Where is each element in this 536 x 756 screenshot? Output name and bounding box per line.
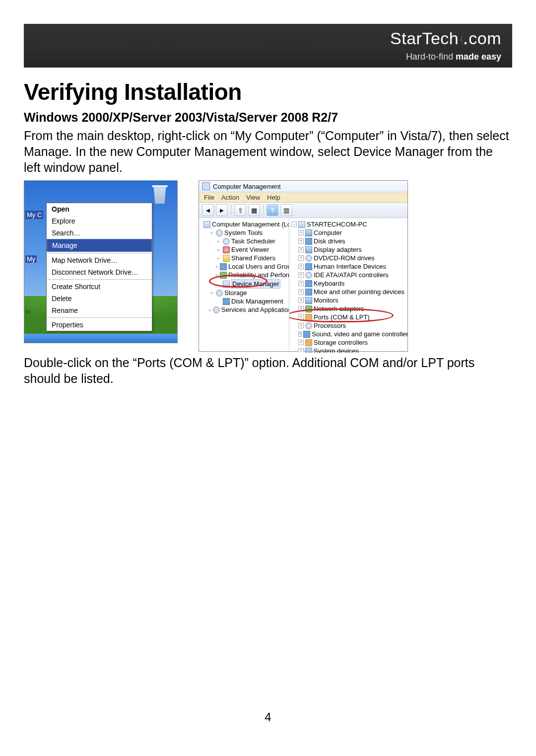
tree-label: Sound, video and game controllers (312, 330, 407, 338)
tree-icon (305, 297, 312, 304)
tree-label: Storage (224, 289, 247, 297)
tree-node[interactable]: +Processors (291, 321, 407, 330)
window-titlebar: Computer Management (199, 181, 407, 192)
window-title: Computer Management (213, 183, 281, 190)
tree-icon (305, 339, 312, 346)
tree-label: Disk Management (231, 297, 283, 305)
tree-label: System Tools (224, 228, 263, 237)
tree-icon (216, 229, 223, 236)
context-menu-item[interactable]: Create Shortcut (47, 281, 152, 293)
forward-button[interactable]: ► (216, 204, 228, 216)
tree-icon (305, 289, 312, 296)
toolbar: ◄ ► ⇧ ▦ ? ▥ (199, 203, 407, 218)
tree-label: Shared Folders (231, 254, 275, 262)
tree-pane-left[interactable]: Computer Management (Local▿System Tools▹… (199, 218, 289, 353)
view-button[interactable]: ▥ (280, 204, 292, 216)
tree-node[interactable]: +Monitors (291, 296, 407, 304)
tree-icon (305, 229, 312, 236)
context-menu-item[interactable]: Map Network Drive (47, 254, 152, 266)
help-button[interactable]: ? (267, 204, 278, 216)
tree-node[interactable]: +Mice and other pointing devices (291, 288, 407, 296)
tree-node[interactable]: +Computer (291, 228, 407, 237)
tree-icon (305, 263, 312, 270)
tree-icon (223, 298, 230, 305)
tree-node[interactable]: +Keyboards (291, 279, 407, 288)
brand-banner: StarTechcom Hard-to-find made easy (24, 24, 512, 68)
tree-node[interactable]: ▹Reliability and Performa (202, 271, 289, 279)
tree-node[interactable]: +IDE ATA/ATAPI controllers (291, 271, 407, 279)
tree-node[interactable]: Disk Management (202, 297, 289, 305)
screenshot-computer-management: Computer Management FileActionViewHelp ◄… (199, 180, 408, 352)
tree-label: IDE ATA/ATAPI controllers (314, 271, 389, 279)
context-menu-item[interactable]: Disconnect Network Drive (47, 266, 152, 278)
app-icon (202, 182, 210, 190)
svg-point-0 (465, 42, 467, 45)
context-menu-item[interactable]: Search (47, 227, 152, 239)
tree-icon (203, 221, 210, 228)
tree-label: Disk drives (314, 237, 345, 245)
intro-paragraph-2: Double-click on the “Ports (COM & LPT)” … (24, 355, 512, 386)
menu-item[interactable]: View (246, 194, 260, 201)
tree-label: Device Manager (231, 279, 280, 289)
tree-node[interactable]: ▹Services and Applications (202, 305, 289, 314)
brand-tagline: Hard-to-find made easy (406, 52, 501, 62)
tree-pane-right[interactable]: -STARTECHCOM-PC+Computer+Disk drives+Dis… (289, 218, 407, 353)
tree-label: DVD/CD-ROM drives (314, 254, 375, 262)
tree-icon (216, 290, 223, 297)
tree-node[interactable]: +System devices (291, 347, 407, 353)
tree-icon (220, 272, 227, 279)
up-button[interactable]: ⇧ (234, 204, 246, 216)
tree-node[interactable]: ▹Event Viewer (202, 245, 289, 254)
tree-node[interactable]: ▹Task Scheduler (202, 237, 289, 245)
tree-node[interactable]: +Disk drives (291, 237, 407, 245)
brand-logo: StarTechcom (390, 29, 501, 48)
context-menu-item[interactable]: Rename (47, 304, 152, 316)
tree-node[interactable]: ▹Local Users and Groups (202, 262, 289, 271)
recycle-bin-icon (151, 184, 168, 204)
tree-label: Human Interface Devices (314, 262, 386, 271)
tree-node[interactable]: -STARTECHCOM-PC (291, 220, 407, 228)
menu-item[interactable]: Action (221, 194, 239, 201)
brand-name-right: com (469, 29, 501, 48)
screenshot-desktop-context-menu: My C My In OpenExploreSearchManageMap Ne… (24, 180, 178, 343)
menu-item[interactable]: File (204, 194, 214, 201)
menu-item[interactable]: Help (267, 194, 280, 201)
tree-label: Reliability and Performa (228, 271, 289, 279)
context-menu-item[interactable]: Explore (47, 215, 152, 227)
context-menu: OpenExploreSearchManageMap Network Drive… (46, 203, 152, 331)
tree-node[interactable]: +Sound, video and game controllers (291, 330, 407, 338)
ie-label: In (25, 308, 31, 315)
tree-icon (305, 348, 312, 353)
tree-node[interactable]: +Network adapters (291, 304, 407, 313)
tree-node[interactable]: +Storage controllers (291, 338, 407, 347)
tree-icon (305, 305, 312, 312)
tree-label: Monitors (314, 296, 338, 304)
tree-node[interactable]: +Human Interface Devices (291, 262, 407, 271)
tree-node[interactable]: ▿System Tools (202, 228, 289, 237)
tree-node[interactable]: +DVD/CD-ROM drives (291, 254, 407, 262)
tree-icon (303, 331, 310, 338)
tree-node[interactable]: +Ports (COM & LPT) (291, 313, 407, 321)
tree-label: Keyboards (314, 279, 344, 288)
tree-node[interactable]: +Display adapters (291, 245, 407, 254)
context-menu-item[interactable]: Properties (47, 319, 152, 331)
properties-button[interactable]: ▦ (248, 204, 260, 216)
context-menu-item[interactable]: Open (47, 203, 152, 215)
tree-node[interactable]: ▿Storage (202, 289, 289, 297)
back-button[interactable]: ◄ (202, 204, 214, 216)
tree-label: STARTECHCOM-PC (307, 220, 367, 228)
brand-name-left: StarTech (390, 29, 459, 48)
tree-icon (305, 255, 312, 262)
tree-label: Display adapters (314, 245, 362, 254)
tree-label: Storage controllers (314, 338, 368, 347)
tree-icon (305, 272, 312, 279)
tree-node[interactable]: Device Manager (202, 279, 289, 289)
context-menu-item[interactable]: Delete (47, 293, 152, 304)
tree-icon (298, 221, 305, 228)
page-subheading: Windows 2000/XP/Server 2003/Vista/Server… (24, 110, 512, 125)
figure-row: My C My In OpenExploreSearchManageMap Ne… (24, 180, 512, 352)
tree-node[interactable]: ▹Shared Folders (202, 254, 289, 262)
tree-icon (223, 281, 230, 288)
tree-node[interactable]: Computer Management (Local (202, 220, 289, 228)
context-menu-item[interactable]: Manage (47, 239, 152, 252)
